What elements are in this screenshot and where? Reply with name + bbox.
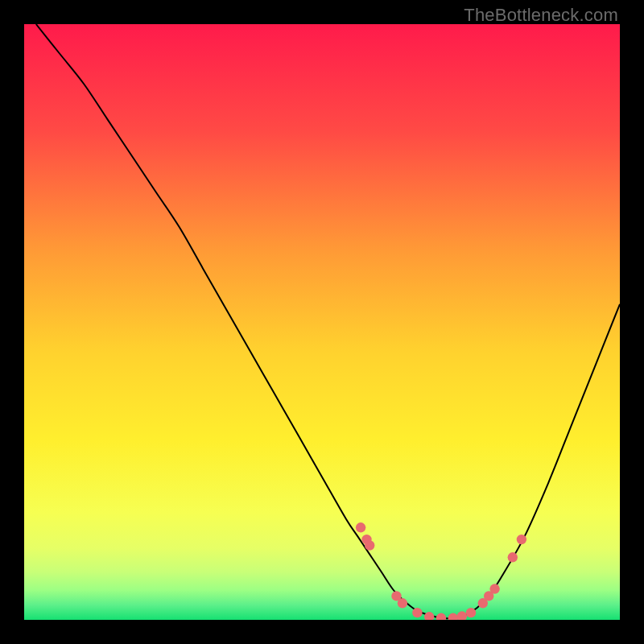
data-dot [356,522,365,532]
plot-area [24,24,620,620]
watermark-text: TheBottleneck.com [464,5,618,26]
data-dot [412,608,422,617]
bottleneck-curve [24,24,620,620]
data-dot [457,611,467,620]
chart-frame: TheBottleneck.com [0,0,644,644]
data-dot [466,608,476,617]
data-dot [517,535,526,544]
data-dot [424,612,434,620]
data-dot [436,613,446,620]
curve-path [36,24,620,618]
data-dot [365,540,374,550]
data-dot [398,598,407,608]
data-dot [448,613,458,620]
data-dot [508,552,518,562]
data-dot [489,584,499,593]
